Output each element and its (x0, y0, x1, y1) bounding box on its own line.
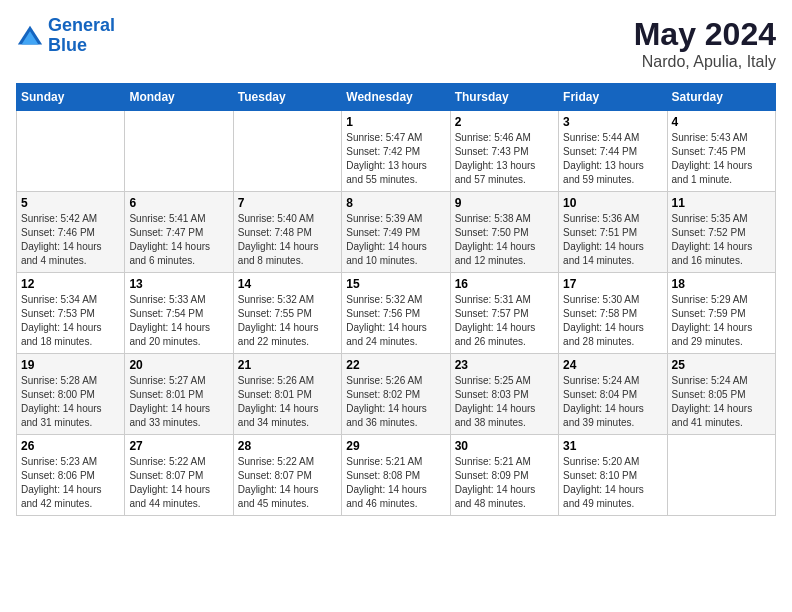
header-row: SundayMondayTuesdayWednesdayThursdayFrid… (17, 84, 776, 111)
day-number: 19 (21, 358, 120, 372)
page-header: General Blue May 2024 Nardo, Apulia, Ita… (16, 16, 776, 71)
day-info: Sunrise: 5:23 AM Sunset: 8:06 PM Dayligh… (21, 455, 120, 511)
day-info: Sunrise: 5:43 AM Sunset: 7:45 PM Dayligh… (672, 131, 771, 187)
day-number: 3 (563, 115, 662, 129)
day-cell: 5Sunrise: 5:42 AM Sunset: 7:46 PM Daylig… (17, 192, 125, 273)
week-row-2: 12Sunrise: 5:34 AM Sunset: 7:53 PM Dayli… (17, 273, 776, 354)
title-block: May 2024 Nardo, Apulia, Italy (634, 16, 776, 71)
day-cell (667, 435, 775, 516)
week-row-0: 1Sunrise: 5:47 AM Sunset: 7:42 PM Daylig… (17, 111, 776, 192)
day-cell: 6Sunrise: 5:41 AM Sunset: 7:47 PM Daylig… (125, 192, 233, 273)
day-number: 20 (129, 358, 228, 372)
day-number: 25 (672, 358, 771, 372)
header-day-thursday: Thursday (450, 84, 558, 111)
day-number: 31 (563, 439, 662, 453)
logo-text: General Blue (48, 16, 115, 56)
logo-line2: Blue (48, 35, 87, 55)
day-info: Sunrise: 5:47 AM Sunset: 7:42 PM Dayligh… (346, 131, 445, 187)
day-number: 6 (129, 196, 228, 210)
day-number: 28 (238, 439, 337, 453)
day-info: Sunrise: 5:39 AM Sunset: 7:49 PM Dayligh… (346, 212, 445, 268)
logo: General Blue (16, 16, 115, 56)
day-number: 23 (455, 358, 554, 372)
header-day-wednesday: Wednesday (342, 84, 450, 111)
day-info: Sunrise: 5:29 AM Sunset: 7:59 PM Dayligh… (672, 293, 771, 349)
day-number: 7 (238, 196, 337, 210)
day-cell: 30Sunrise: 5:21 AM Sunset: 8:09 PM Dayli… (450, 435, 558, 516)
day-cell: 28Sunrise: 5:22 AM Sunset: 8:07 PM Dayli… (233, 435, 341, 516)
day-info: Sunrise: 5:44 AM Sunset: 7:44 PM Dayligh… (563, 131, 662, 187)
day-cell: 21Sunrise: 5:26 AM Sunset: 8:01 PM Dayli… (233, 354, 341, 435)
day-cell: 14Sunrise: 5:32 AM Sunset: 7:55 PM Dayli… (233, 273, 341, 354)
day-cell: 13Sunrise: 5:33 AM Sunset: 7:54 PM Dayli… (125, 273, 233, 354)
day-info: Sunrise: 5:32 AM Sunset: 7:55 PM Dayligh… (238, 293, 337, 349)
day-cell: 1Sunrise: 5:47 AM Sunset: 7:42 PM Daylig… (342, 111, 450, 192)
week-row-1: 5Sunrise: 5:42 AM Sunset: 7:46 PM Daylig… (17, 192, 776, 273)
day-number: 21 (238, 358, 337, 372)
day-info: Sunrise: 5:30 AM Sunset: 7:58 PM Dayligh… (563, 293, 662, 349)
day-info: Sunrise: 5:36 AM Sunset: 7:51 PM Dayligh… (563, 212, 662, 268)
day-cell: 16Sunrise: 5:31 AM Sunset: 7:57 PM Dayli… (450, 273, 558, 354)
day-cell: 24Sunrise: 5:24 AM Sunset: 8:04 PM Dayli… (559, 354, 667, 435)
calendar-subtitle: Nardo, Apulia, Italy (634, 53, 776, 71)
day-info: Sunrise: 5:38 AM Sunset: 7:50 PM Dayligh… (455, 212, 554, 268)
day-cell: 10Sunrise: 5:36 AM Sunset: 7:51 PM Dayli… (559, 192, 667, 273)
day-cell: 15Sunrise: 5:32 AM Sunset: 7:56 PM Dayli… (342, 273, 450, 354)
calendar-header: SundayMondayTuesdayWednesdayThursdayFrid… (17, 84, 776, 111)
day-cell: 29Sunrise: 5:21 AM Sunset: 8:08 PM Dayli… (342, 435, 450, 516)
day-number: 22 (346, 358, 445, 372)
day-info: Sunrise: 5:24 AM Sunset: 8:04 PM Dayligh… (563, 374, 662, 430)
day-info: Sunrise: 5:28 AM Sunset: 8:00 PM Dayligh… (21, 374, 120, 430)
day-cell: 20Sunrise: 5:27 AM Sunset: 8:01 PM Dayli… (125, 354, 233, 435)
day-cell: 2Sunrise: 5:46 AM Sunset: 7:43 PM Daylig… (450, 111, 558, 192)
day-number: 2 (455, 115, 554, 129)
day-info: Sunrise: 5:20 AM Sunset: 8:10 PM Dayligh… (563, 455, 662, 511)
day-info: Sunrise: 5:34 AM Sunset: 7:53 PM Dayligh… (21, 293, 120, 349)
day-info: Sunrise: 5:22 AM Sunset: 8:07 PM Dayligh… (129, 455, 228, 511)
day-number: 16 (455, 277, 554, 291)
day-info: Sunrise: 5:22 AM Sunset: 8:07 PM Dayligh… (238, 455, 337, 511)
day-info: Sunrise: 5:46 AM Sunset: 7:43 PM Dayligh… (455, 131, 554, 187)
day-number: 10 (563, 196, 662, 210)
day-number: 11 (672, 196, 771, 210)
day-cell: 18Sunrise: 5:29 AM Sunset: 7:59 PM Dayli… (667, 273, 775, 354)
day-info: Sunrise: 5:24 AM Sunset: 8:05 PM Dayligh… (672, 374, 771, 430)
day-info: Sunrise: 5:26 AM Sunset: 8:01 PM Dayligh… (238, 374, 337, 430)
day-cell: 25Sunrise: 5:24 AM Sunset: 8:05 PM Dayli… (667, 354, 775, 435)
calendar-body: 1Sunrise: 5:47 AM Sunset: 7:42 PM Daylig… (17, 111, 776, 516)
week-row-4: 26Sunrise: 5:23 AM Sunset: 8:06 PM Dayli… (17, 435, 776, 516)
day-cell (17, 111, 125, 192)
day-cell: 12Sunrise: 5:34 AM Sunset: 7:53 PM Dayli… (17, 273, 125, 354)
day-number: 1 (346, 115, 445, 129)
day-number: 17 (563, 277, 662, 291)
day-number: 5 (21, 196, 120, 210)
logo-line1: General (48, 15, 115, 35)
day-info: Sunrise: 5:32 AM Sunset: 7:56 PM Dayligh… (346, 293, 445, 349)
day-number: 12 (21, 277, 120, 291)
day-cell (233, 111, 341, 192)
day-number: 14 (238, 277, 337, 291)
header-day-tuesday: Tuesday (233, 84, 341, 111)
day-info: Sunrise: 5:40 AM Sunset: 7:48 PM Dayligh… (238, 212, 337, 268)
day-cell: 23Sunrise: 5:25 AM Sunset: 8:03 PM Dayli… (450, 354, 558, 435)
day-number: 15 (346, 277, 445, 291)
day-number: 13 (129, 277, 228, 291)
day-number: 8 (346, 196, 445, 210)
day-cell: 19Sunrise: 5:28 AM Sunset: 8:00 PM Dayli… (17, 354, 125, 435)
day-cell: 11Sunrise: 5:35 AM Sunset: 7:52 PM Dayli… (667, 192, 775, 273)
calendar-table: SundayMondayTuesdayWednesdayThursdayFrid… (16, 83, 776, 516)
day-info: Sunrise: 5:41 AM Sunset: 7:47 PM Dayligh… (129, 212, 228, 268)
day-info: Sunrise: 5:42 AM Sunset: 7:46 PM Dayligh… (21, 212, 120, 268)
day-cell: 17Sunrise: 5:30 AM Sunset: 7:58 PM Dayli… (559, 273, 667, 354)
week-row-3: 19Sunrise: 5:28 AM Sunset: 8:00 PM Dayli… (17, 354, 776, 435)
day-cell (125, 111, 233, 192)
day-cell: 31Sunrise: 5:20 AM Sunset: 8:10 PM Dayli… (559, 435, 667, 516)
day-info: Sunrise: 5:25 AM Sunset: 8:03 PM Dayligh… (455, 374, 554, 430)
day-cell: 4Sunrise: 5:43 AM Sunset: 7:45 PM Daylig… (667, 111, 775, 192)
header-day-friday: Friday (559, 84, 667, 111)
day-info: Sunrise: 5:33 AM Sunset: 7:54 PM Dayligh… (129, 293, 228, 349)
day-cell: 3Sunrise: 5:44 AM Sunset: 7:44 PM Daylig… (559, 111, 667, 192)
day-number: 27 (129, 439, 228, 453)
header-day-sunday: Sunday (17, 84, 125, 111)
day-cell: 8Sunrise: 5:39 AM Sunset: 7:49 PM Daylig… (342, 192, 450, 273)
